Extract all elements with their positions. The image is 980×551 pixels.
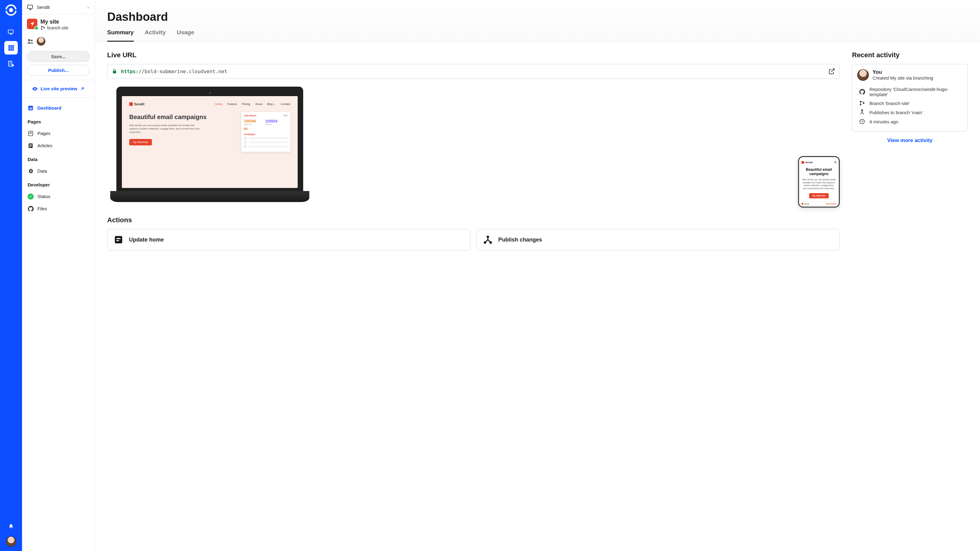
rail-site-icon[interactable] [4,25,18,38]
svg-rect-30 [29,145,32,146]
page-title: Dashboard [107,10,968,24]
svg-point-39 [860,101,861,103]
svg-rect-25 [30,107,31,109]
tabs: Summary Activity Usage [107,29,968,41]
notifications-icon[interactable] [4,520,18,533]
document-icon [114,235,123,245]
activity-user: You [872,69,933,75]
status-ok-badge [34,26,38,30]
activity-action: Created My site via branching [872,75,933,81]
activity-branch: Branch 'branch-site' [857,98,963,108]
nav-dashboard[interactable]: Dashboard [22,102,95,114]
branch-icon [859,100,865,106]
svg-point-36 [487,236,489,238]
action-publish-changes[interactable]: Publish changes [477,229,840,250]
lock-icon [112,68,117,74]
clock-icon [859,119,865,125]
main-content: Dashboard Summary Activity Usage Live UR… [95,0,980,551]
nav-files[interactable]: Files [22,203,95,215]
open-external-icon[interactable] [829,68,835,75]
nav-status[interactable]: Status [22,191,95,203]
save-button[interactable]: Save... [27,51,90,62]
user-avatar[interactable]: ▸ [6,536,16,547]
svg-rect-14 [9,61,12,67]
live-preview-link[interactable]: Live site preview [22,80,95,98]
svg-point-22 [35,88,35,89]
svg-rect-11 [9,49,10,51]
svg-rect-7 [13,45,14,47]
svg-rect-34 [116,238,120,239]
svg-rect-35 [116,240,119,241]
activity-avatar [857,69,869,81]
nav-pages[interactable]: Pages [22,127,95,140]
merge-up-icon [859,109,865,115]
svg-rect-10 [13,47,14,49]
svg-rect-13 [13,49,14,51]
chevron-down-icon: ⌄ [87,5,90,9]
live-url-heading: Live URL [107,51,840,59]
nav-heading-pages: Pages [22,114,95,127]
github-icon [859,89,865,95]
svg-rect-29 [29,144,32,145]
svg-rect-2 [5,9,7,11]
recent-activity-heading: Recent activity [852,51,968,59]
svg-rect-12 [10,49,12,51]
sidebar: Sendit ⌄ My site branch-site [22,0,95,551]
branch-indicator: branch-site [40,25,68,30]
site-name: My site [40,19,68,25]
tab-summary[interactable]: Summary [107,29,134,41]
svg-rect-16 [27,5,33,9]
activity-repo: Repository 'CloudCannon/sendit-hugo-temp… [857,85,963,98]
svg-rect-3 [15,9,17,11]
app-logo [5,4,17,16]
site-switcher-name: Sendit [37,5,87,10]
status-ok-icon [27,194,34,200]
team-row[interactable] [22,35,95,49]
tab-activity[interactable]: Activity [145,29,166,41]
svg-point-1 [9,8,13,12]
site-logo [27,19,37,29]
svg-rect-9 [10,47,12,49]
site-preview: Sendit HomeFeaturePricingAboutBlog ⌄Cont… [107,87,840,208]
icon-rail: ▸ [0,0,22,551]
site-switcher[interactable]: Sendit ⌄ [22,0,95,14]
svg-rect-8 [9,47,10,49]
svg-rect-5 [9,45,10,47]
svg-point-20 [28,39,30,41]
svg-point-17 [41,26,42,27]
team-member-avatar [37,37,45,46]
svg-point-40 [860,104,861,106]
merge-icon [483,235,493,245]
publish-button[interactable]: Publish... [27,65,90,76]
branch-name: branch-site [47,25,68,30]
activity-time: 4 minutes ago [857,117,963,126]
nav-articles[interactable]: Articles [22,140,95,152]
live-url-field[interactable]: https://bold-submarine.cloudvent.net [107,64,840,79]
nav-heading-developer: Developer [22,177,95,191]
activity-card: You Created My site via branching Reposi… [852,64,968,131]
svg-rect-31 [29,146,31,147]
svg-point-42 [861,110,863,111]
actions-heading: Actions [107,216,840,224]
svg-point-21 [31,40,33,41]
live-url-text: https://bold-submarine.cloudvent.net [121,68,825,75]
svg-rect-32 [113,71,116,73]
svg-rect-24 [29,108,30,110]
activity-publishes: Publishes to branch 'main' [857,108,963,117]
svg-rect-4 [8,30,13,33]
nav-data[interactable]: Data [22,165,95,177]
svg-rect-26 [32,108,32,110]
view-more-activity[interactable]: View more activity [852,137,968,144]
nav-heading-data: Data [22,152,95,165]
rail-apps-icon[interactable] [4,41,18,54]
svg-rect-6 [10,45,12,47]
action-update-home[interactable]: Update home [107,229,470,250]
svg-point-18 [41,29,42,30]
tab-usage[interactable]: Usage [177,29,194,41]
svg-rect-33 [115,236,122,243]
rail-org-icon[interactable] [4,57,18,70]
